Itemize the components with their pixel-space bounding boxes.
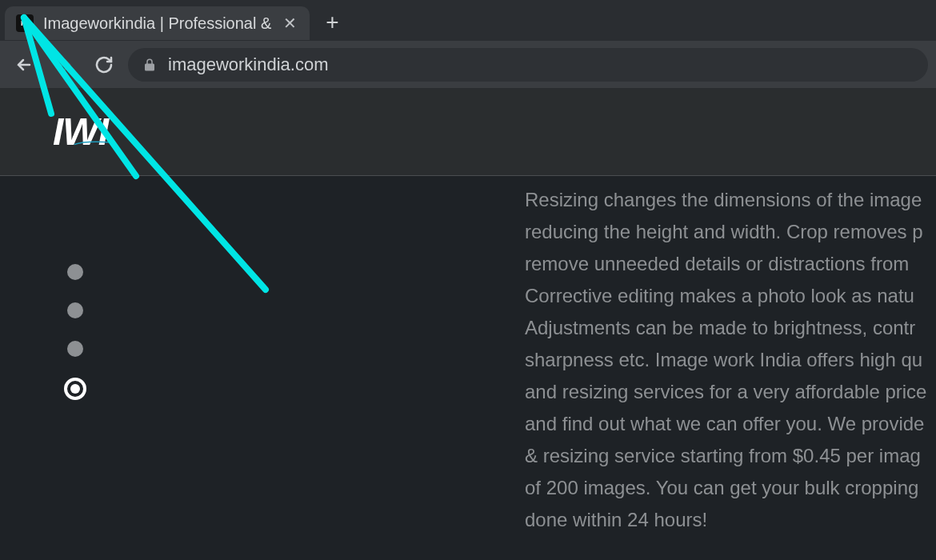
browser-tab-strip: IW Imageworkindia | Professional & ✕ + <box>0 0 936 40</box>
body-text: Resizing changes the dimensions of the i… <box>525 184 936 536</box>
lock-icon <box>142 58 157 72</box>
tab-title: Imageworkindia | Professional & <box>43 14 271 33</box>
pagination-dot-1[interactable] <box>67 264 83 280</box>
tab-close-button[interactable]: ✕ <box>281 14 298 33</box>
url-text: imageworkindia.com <box>168 54 329 75</box>
page-content: Resizing changes the dimensions of the i… <box>0 176 936 560</box>
site-logo[interactable]: IWI <box>53 110 108 154</box>
browser-tab[interactable]: IW Imageworkindia | Professional & ✕ <box>5 6 310 40</box>
logo-text: IWI <box>53 110 108 153</box>
pagination-dot-2[interactable] <box>67 302 83 318</box>
pagination-dot-3[interactable] <box>67 341 83 357</box>
pagination-dots <box>67 264 86 400</box>
new-tab-button[interactable]: + <box>316 6 348 38</box>
pagination-dot-4[interactable] <box>64 378 86 400</box>
reload-button[interactable] <box>88 49 120 81</box>
address-bar[interactable]: imageworkindia.com <box>128 48 928 82</box>
back-button[interactable] <box>8 49 40 81</box>
site-header: IWI <box>0 88 936 176</box>
browser-toolbar: imageworkindia.com <box>0 40 936 88</box>
tab-favicon: IW <box>16 14 34 32</box>
forward-button[interactable] <box>48 49 80 81</box>
